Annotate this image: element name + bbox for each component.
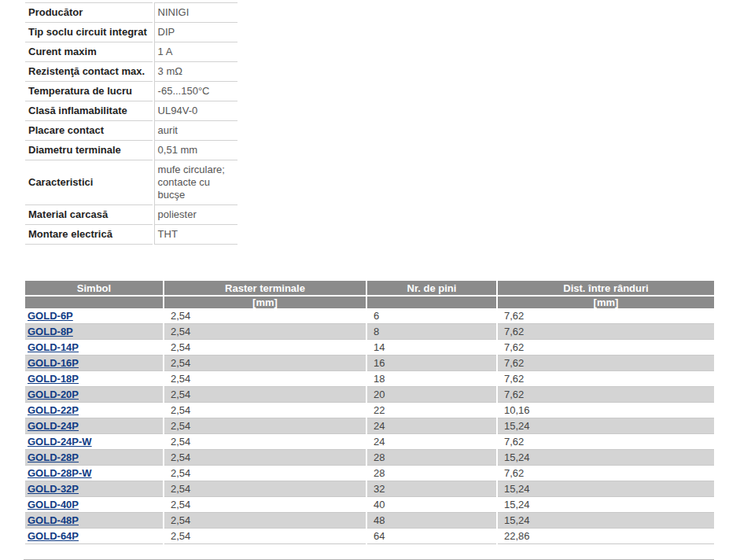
part-link[interactable]: GOLD-48P (28, 514, 79, 526)
column-header: Nr. de pini (367, 281, 496, 297)
raster-cell: 2,54 (164, 418, 366, 434)
symbol-cell: GOLD-6P (25, 308, 163, 324)
spec-row: Caracteristicimufe circulare; contacte c… (25, 160, 237, 205)
pins-cell: 32 (367, 481, 496, 497)
spec-row: Material carcasăpoliester (25, 205, 237, 225)
part-link[interactable]: GOLD-6P (28, 310, 73, 322)
part-link[interactable]: GOLD-24P-W (28, 436, 92, 448)
part-row: GOLD-28P2,542815,24 (25, 450, 714, 466)
part-link[interactable]: GOLD-28P-W (28, 467, 92, 479)
pins-cell: 48 (367, 513, 496, 529)
raster-cell: 2,54 (164, 371, 366, 387)
raster-cell: 2,54 (164, 529, 366, 544)
symbol-cell: GOLD-28P-W (25, 466, 163, 481)
spec-value: UL94V-0 (154, 101, 237, 121)
spec-row: Diametru terminale0,51 mm (25, 141, 237, 160)
symbol-cell: GOLD-24P-W (25, 434, 163, 450)
raster-cell: 2,54 (164, 403, 366, 418)
symbol-cell: GOLD-64P (25, 529, 163, 544)
symbol-cell: GOLD-16P (25, 356, 163, 371)
dist-cell: 15,24 (498, 450, 714, 466)
spec-value: 1 A (154, 42, 237, 62)
symbol-cell: GOLD-18P (25, 371, 163, 387)
dist-cell: 22,86 (498, 529, 714, 544)
pins-cell: 16 (367, 356, 496, 371)
spec-label: Tip soclu circuit integrat (25, 23, 153, 42)
spec-value: aurit (154, 121, 237, 141)
raster-cell: 2,54 (164, 450, 366, 466)
pins-cell: 24 (367, 434, 496, 450)
raster-cell: 2,54 (164, 308, 366, 324)
symbol-cell: GOLD-28P (25, 450, 163, 466)
spec-label: Placare contact (25, 121, 153, 141)
part-link[interactable]: GOLD-64P (28, 530, 79, 542)
spec-value: NINIGI (154, 2, 237, 23)
symbol-cell: GOLD-48P (25, 513, 163, 529)
dist-cell: 7,62 (498, 387, 714, 403)
symbol-cell: GOLD-20P (25, 387, 163, 403)
part-link[interactable]: GOLD-14P (28, 341, 79, 353)
part-row: GOLD-14P2,54147,62 (25, 340, 714, 356)
spec-value: THT (154, 225, 237, 245)
parts-table: SimbolRaster terminaleNr. de piniDist. î… (24, 281, 716, 544)
part-row: GOLD-24P-W2,54247,62 (25, 434, 714, 450)
dist-cell: 7,62 (498, 340, 714, 356)
spec-value: mufe circulare; contacte cu bucşe (154, 160, 237, 205)
spec-label: Diametru terminale (25, 141, 153, 160)
part-link[interactable]: GOLD-8P (28, 326, 73, 337)
raster-cell: 2,54 (164, 481, 366, 497)
dist-cell: 15,24 (498, 513, 714, 529)
part-link[interactable]: GOLD-24P (28, 420, 79, 432)
part-link[interactable]: GOLD-20P (28, 389, 79, 400)
part-row: GOLD-18P2,54187,62 (25, 371, 714, 387)
spec-label: Curent maxim (25, 42, 153, 62)
pins-cell: 8 (367, 324, 496, 340)
spec-value: 3 mΩ (154, 62, 237, 82)
column-unit-header: [mm] (498, 297, 714, 308)
part-link[interactable]: GOLD-28P (28, 451, 79, 463)
raster-cell: 2,54 (164, 356, 366, 371)
dist-cell: 10,16 (498, 403, 714, 418)
spec-label: Clasă inflamabilitate (25, 101, 153, 121)
part-row: GOLD-20P2,54207,62 (25, 387, 714, 403)
part-link[interactable]: GOLD-32P (28, 483, 79, 495)
column-unit-header (367, 297, 496, 308)
symbol-cell: GOLD-32P (25, 481, 163, 497)
spec-row: Montare electricăTHT (25, 225, 237, 245)
part-link[interactable]: GOLD-18P (28, 373, 79, 385)
dist-cell: 7,62 (498, 371, 714, 387)
column-unit-header: [mm] (164, 297, 366, 308)
spec-value: 0,51 mm (154, 141, 237, 160)
symbol-cell: GOLD-24P (25, 418, 163, 434)
part-row: GOLD-22P2,542210,16 (25, 403, 714, 418)
part-row: GOLD-64P2,546422,86 (25, 529, 714, 544)
spec-row: Clasă inflamabilitateUL94V-0 (25, 101, 237, 121)
part-row: GOLD-24P2,542415,24 (25, 418, 714, 434)
dist-cell: 7,62 (498, 356, 714, 371)
dist-cell: 15,24 (498, 497, 714, 513)
part-row: GOLD-48P2,544815,24 (25, 513, 714, 529)
pins-cell: 64 (367, 529, 496, 544)
raster-cell: 2,54 (164, 324, 366, 340)
part-row: GOLD-32P2,543215,24 (25, 481, 714, 497)
column-unit-header (25, 297, 163, 308)
raster-cell: 2,54 (164, 340, 366, 356)
part-row: GOLD-40P2,544015,24 (25, 497, 714, 513)
pins-cell: 28 (367, 450, 496, 466)
pins-cell: 6 (367, 308, 496, 324)
spec-label: Material carcasă (25, 205, 153, 225)
spec-label: Rezistenţă contact max. (25, 62, 153, 82)
dist-cell: 7,62 (498, 434, 714, 450)
spec-row: Placare contactaurit (25, 121, 237, 141)
raster-cell: 2,54 (164, 466, 366, 481)
header-row-labels: SimbolRaster terminaleNr. de piniDist. î… (25, 281, 714, 297)
part-link[interactable]: GOLD-22P (28, 404, 79, 416)
spec-row: Tip soclu circuit integratDIP (25, 23, 237, 42)
part-link[interactable]: GOLD-40P (28, 499, 79, 510)
spec-value: -65...150°C (154, 82, 237, 101)
dist-cell: 7,62 (498, 308, 714, 324)
part-row: GOLD-6P2,5467,62 (25, 308, 714, 324)
column-header: Dist. între rânduri (498, 281, 714, 297)
part-row: GOLD-28P-W2,54287,62 (25, 466, 714, 481)
part-link[interactable]: GOLD-16P (28, 357, 79, 369)
